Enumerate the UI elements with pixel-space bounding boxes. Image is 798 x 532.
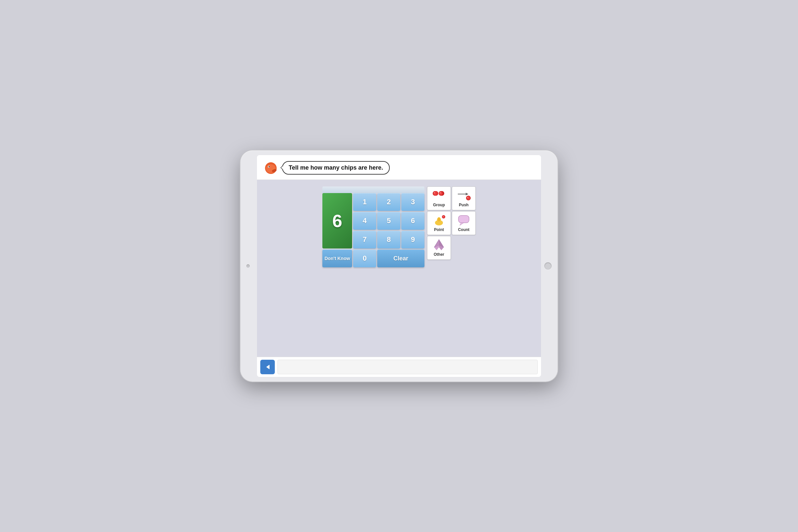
back-button[interactable]: [260, 360, 275, 374]
strategy-other-label: Other: [434, 252, 444, 257]
num-btn-6[interactable]: 6: [401, 212, 424, 230]
dont-know-button[interactable]: Don't Know: [322, 249, 352, 267]
svg-marker-31: [266, 365, 270, 369]
numpad-grid: 6 1 2 3 4 5 6 7 8 9 Don't Know 0: [322, 193, 424, 267]
num-btn-8[interactable]: 8: [377, 231, 400, 248]
num-btn-4[interactable]: 4: [353, 212, 376, 230]
mascot-icon: [264, 160, 278, 175]
strategy-push-label: Push: [459, 203, 468, 207]
speech-bubble: Tell me how many chips are here.: [282, 161, 390, 175]
strategy-group-button[interactable]: Group: [427, 187, 451, 210]
strategy-panel: Group Pus: [427, 187, 476, 260]
num-btn-1[interactable]: 1: [353, 193, 376, 211]
svg-rect-24: [458, 215, 469, 223]
strategy-group-label: Group: [433, 203, 445, 207]
num-btn-9[interactable]: 9: [401, 231, 424, 248]
svg-point-3: [269, 166, 270, 167]
numpad-top-bar: [322, 187, 424, 193]
num-btn-5[interactable]: 5: [377, 212, 400, 230]
svg-point-20: [438, 217, 440, 222]
group-icon: [432, 189, 446, 201]
svg-point-12: [440, 192, 441, 193]
numpad-display: 6: [322, 193, 352, 248]
svg-point-17: [467, 197, 468, 198]
point-icon: [432, 214, 446, 226]
strategy-count-label: Count: [458, 227, 470, 232]
back-arrow-icon: [264, 364, 271, 370]
num-btn-7[interactable]: 7: [353, 231, 376, 248]
footer-area: [257, 357, 541, 377]
tablet: Tell me how many chips are here. 6 1 2 3…: [240, 151, 558, 381]
num-btn-0[interactable]: 0: [353, 249, 376, 267]
question-text: Tell me how many chips are here.: [289, 164, 383, 171]
num-btn-3[interactable]: 3: [401, 193, 424, 211]
camera-left: [247, 264, 250, 268]
tablet-screen: Tell me how many chips are here. 6 1 2 3…: [257, 155, 541, 377]
push-icon: [456, 189, 471, 201]
svg-point-16: [467, 196, 470, 200]
camera-right: [544, 262, 551, 270]
svg-marker-26: [460, 223, 464, 225]
strategy-other-button[interactable]: Other: [427, 236, 451, 260]
svg-point-9: [433, 192, 437, 195]
svg-point-22: [442, 216, 445, 218]
clear-button[interactable]: Clear: [377, 249, 424, 267]
strategy-push-button[interactable]: Push: [452, 187, 476, 210]
header-area: Tell me how many chips are here.: [257, 155, 541, 180]
svg-point-11: [434, 192, 435, 193]
strategy-point-button[interactable]: Point: [427, 211, 451, 235]
numpad-container: 6 1 2 3 4 5 6 7 8 9 Don't Know 0: [322, 187, 424, 267]
main-content: 6 1 2 3 4 5 6 7 8 9 Don't Know 0: [257, 180, 541, 357]
svg-point-10: [439, 192, 442, 195]
svg-marker-14: [466, 193, 468, 195]
footer-bar: [277, 360, 538, 374]
other-icon: [432, 239, 446, 251]
strategy-count-button[interactable]: Count: [452, 211, 476, 235]
count-icon: [456, 214, 471, 226]
svg-point-23: [443, 216, 443, 217]
strategy-point-label: Point: [434, 227, 444, 232]
num-btn-2[interactable]: 2: [377, 193, 400, 211]
